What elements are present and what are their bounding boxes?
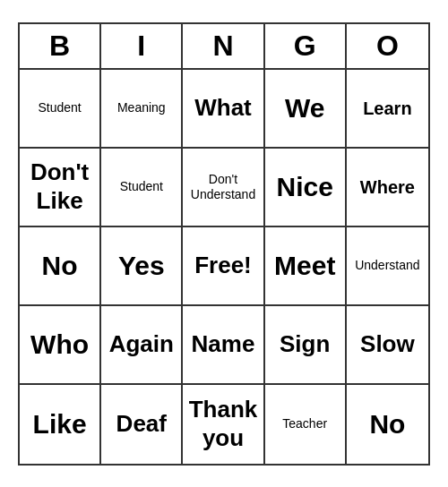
bingo-header: BINGO	[20, 24, 428, 70]
bingo-cell: Where	[347, 149, 428, 227]
bingo-cell: Learn	[347, 70, 428, 149]
bingo-cell: Teacher	[265, 385, 347, 464]
header-letter: I	[101, 24, 183, 68]
bingo-cell: Who	[20, 306, 101, 385]
bingo-cell: Don't Like	[20, 149, 101, 227]
bingo-cell: No	[20, 227, 101, 306]
bingo-cell: Meet	[265, 227, 347, 306]
bingo-cell: Thank you	[183, 385, 264, 464]
bingo-grid: StudentMeaningWhatWeLearnDon't LikeStude…	[20, 70, 428, 464]
bingo-card: BINGO StudentMeaningWhatWeLearnDon't Lik…	[18, 22, 430, 466]
bingo-cell: Free!	[183, 227, 264, 306]
header-letter: N	[183, 24, 264, 68]
bingo-cell: Name	[183, 306, 264, 385]
bingo-cell: Sign	[265, 306, 347, 385]
bingo-cell: Nice	[265, 149, 347, 227]
bingo-cell: No	[347, 385, 428, 464]
bingo-cell: Yes	[101, 227, 183, 306]
bingo-cell: Deaf	[101, 385, 183, 464]
bingo-cell: Student	[20, 70, 101, 149]
header-letter: G	[265, 24, 347, 68]
bingo-cell: Don't Understand	[183, 149, 264, 227]
bingo-cell: Again	[101, 306, 183, 385]
bingo-cell: Like	[20, 385, 101, 464]
bingo-cell: Understand	[347, 227, 428, 306]
bingo-cell: Student	[101, 149, 183, 227]
header-letter: B	[20, 24, 101, 68]
bingo-cell: Slow	[347, 306, 428, 385]
header-letter: O	[347, 24, 428, 68]
bingo-cell: Meaning	[101, 70, 183, 149]
bingo-cell: We	[265, 70, 347, 149]
bingo-cell: What	[183, 70, 264, 149]
